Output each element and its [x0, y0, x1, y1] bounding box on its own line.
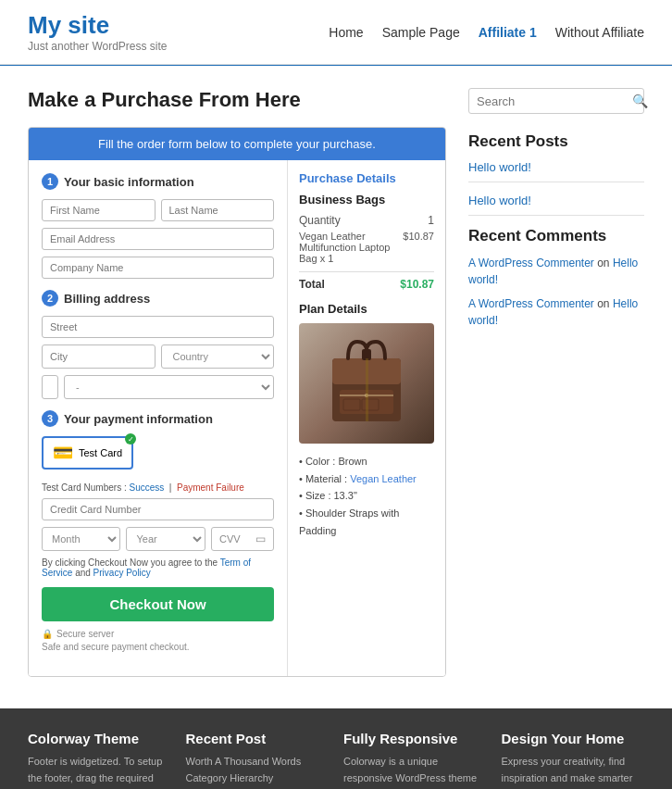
main-container: Make a Purchase From Here Fill the order…	[0, 66, 672, 699]
zip-country-select[interactable]: -	[64, 375, 274, 399]
recent-comments-title: Recent Comments	[468, 227, 644, 245]
section1-number: 1	[42, 173, 58, 190]
divider-2	[468, 215, 644, 216]
product-desc: Vegan Leather Multifunction Laptop Bag x…	[299, 231, 399, 264]
footer-col-3-text: Express your creativity, find inspiratio…	[502, 754, 645, 789]
purchase-details-title: Purchase Details	[299, 171, 434, 185]
site-title[interactable]: My site	[28, 11, 168, 40]
zip-input[interactable]	[42, 375, 58, 399]
cvv-label: CVV	[219, 533, 241, 545]
primary-nav: Home Sample Page Affiliate 1 Without Aff…	[329, 25, 644, 40]
email-row	[42, 228, 274, 250]
checkout-box: Fill the order form below to complete yo…	[28, 127, 446, 677]
name-row	[42, 199, 274, 221]
recent-posts-title: Recent Posts	[468, 132, 644, 151]
feature-color: Color : Brown	[299, 453, 434, 470]
country-select[interactable]: Country	[161, 344, 275, 369]
search-box: 🔍	[468, 88, 644, 114]
test-card-button[interactable]: 💳 Test Card ✓	[42, 436, 133, 470]
footer-col-0-text: Footer is widgetized. To setup the foote…	[28, 754, 171, 789]
footer-col-1-title: Recent Post	[186, 731, 330, 746]
lock-icon: 🔒	[42, 629, 53, 639]
total-value: $10.87	[400, 278, 434, 291]
nav-affiliate1[interactable]: Affiliate 1	[479, 25, 537, 40]
svg-rect-8	[366, 358, 368, 421]
footer-grid: Colorway Theme Footer is widgetized. To …	[28, 731, 644, 789]
checkout-button[interactable]: Checkout Now	[42, 587, 274, 621]
footer-col-1: Recent Post Worth A Thousand Words Categ…	[186, 731, 330, 789]
commenter-link-1[interactable]: A WordPress Commenter	[468, 297, 594, 310]
footer-col-0-title: Colorway Theme	[28, 731, 171, 746]
cc-row	[42, 498, 274, 520]
plan-details-title: Plan Details	[299, 302, 434, 316]
site-tagline: Just another WordPress site	[28, 40, 168, 53]
failure-link[interactable]: Payment Failure	[177, 482, 244, 493]
product-price: $10.87	[403, 231, 434, 264]
section1-heading: 1 Your basic information	[42, 173, 274, 190]
section3-label: Your payment information	[64, 412, 213, 426]
city-input[interactable]	[42, 344, 156, 369]
feature-material: Material : Vegan Leather	[299, 470, 434, 488]
section1-label: Your basic information	[64, 175, 194, 189]
footer-col-1-text: Worth A Thousand Words Category Hierarch…	[186, 754, 330, 789]
nav-without-affiliate[interactable]: Without Affiliate	[555, 25, 644, 40]
divider-1	[468, 182, 644, 182]
sidebar-post-0[interactable]: Hello world!	[468, 160, 644, 174]
privacy-link[interactable]: Privacy Policy	[93, 568, 151, 578]
sidebar: 🔍 Recent Posts Hello world! Hello world!…	[468, 88, 644, 677]
secure-row: 🔒 Secure server	[42, 629, 274, 639]
bag-svg	[325, 332, 408, 434]
card-label: Test Card	[79, 447, 122, 458]
sidebar-comment-0: A WordPress Commenter on Hello world!	[468, 255, 644, 288]
content-area: Make a Purchase From Here Fill the order…	[28, 88, 446, 677]
footer-col-2: Fully Responsive Colorway is a unique re…	[343, 731, 487, 789]
product-name: Business Bags	[299, 193, 434, 207]
search-input[interactable]	[477, 94, 632, 108]
company-input[interactable]	[42, 257, 274, 279]
site-footer: Colorway Theme Footer is widgetized. To …	[0, 708, 672, 789]
section-basic-info: 1 Your basic information	[42, 173, 274, 279]
product-desc-row: Vegan Leather Multifunction Laptop Bag x…	[299, 231, 434, 264]
section-billing: 2 Billing address Country	[42, 290, 274, 399]
cvv-icon: ▭	[255, 532, 266, 545]
last-name-input[interactable]	[161, 199, 275, 221]
commenter-link-0[interactable]: A WordPress Commenter	[468, 257, 594, 269]
month-select[interactable]: Month	[42, 527, 120, 551]
product-image	[299, 323, 434, 444]
section2-number: 2	[42, 290, 58, 307]
site-header: My site Just another WordPress site Home…	[0, 0, 672, 65]
email-input[interactable]	[42, 228, 274, 250]
month-year-cvv-row: Month Year CVV ▭	[42, 527, 274, 551]
footer-col-3-title: Design Your Home	[502, 731, 645, 746]
cvv-input-wrap[interactable]: CVV ▭	[211, 527, 274, 551]
cc-input[interactable]	[42, 498, 274, 520]
footer-col-2-title: Fully Responsive	[343, 731, 487, 746]
section3-heading: 3 Your payment information	[42, 410, 274, 427]
nav-sample-page[interactable]: Sample Page	[382, 25, 460, 40]
checkout-body: 1 Your basic information	[29, 160, 445, 676]
checkout-header: Fill the order form below to complete yo…	[29, 128, 445, 160]
company-row	[42, 257, 274, 279]
search-icon[interactable]: 🔍	[632, 94, 648, 108]
section-payment: 3 Your payment information 💳 Test Card ✓	[42, 410, 274, 652]
footer-col-3: Design Your Home Express your creativity…	[502, 731, 645, 789]
secure-label: Secure server	[56, 629, 114, 639]
city-country-row: Country	[42, 344, 274, 369]
section2-heading: 2 Billing address	[42, 290, 274, 307]
first-name-input[interactable]	[42, 199, 156, 221]
purchase-panel: Purchase Details Business Bags Quantity …	[288, 160, 445, 676]
total-label: Total	[299, 278, 325, 291]
feature-straps: Shoulder Straps with Padding	[299, 505, 434, 539]
success-link[interactable]: Success	[129, 482, 164, 493]
page-title: Make a Purchase From Here	[28, 88, 446, 112]
zip-row: -	[42, 375, 274, 399]
street-input[interactable]	[42, 316, 274, 338]
section3-number: 3	[42, 410, 58, 427]
secure-subtext: Safe and secure payment checkout.	[42, 642, 274, 652]
year-select[interactable]: Year	[126, 527, 205, 551]
nav-home[interactable]: Home	[329, 25, 363, 40]
total-row: Total $10.87	[299, 271, 434, 291]
street-row	[42, 316, 274, 338]
feature-size: Size : 13.3"	[299, 487, 434, 505]
sidebar-post-1[interactable]: Hello world!	[468, 194, 644, 207]
